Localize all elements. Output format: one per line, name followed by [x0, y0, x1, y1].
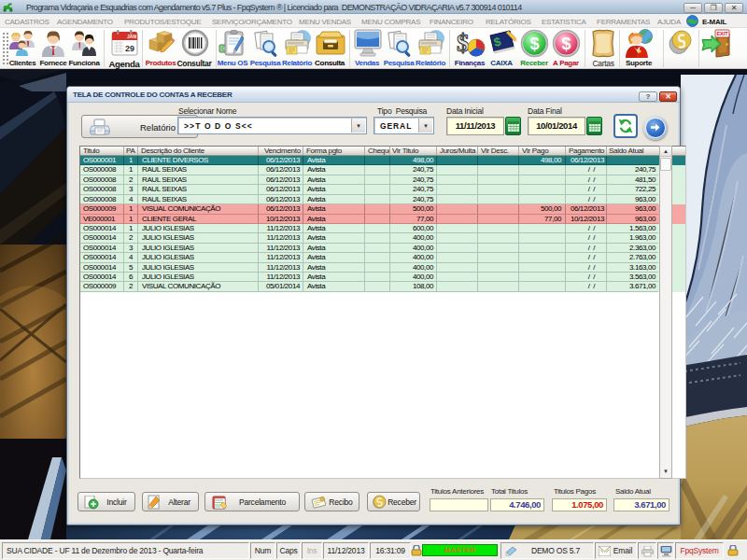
svg-text:$: $	[457, 29, 470, 57]
svg-text:$: $	[561, 35, 571, 53]
svg-text:JAN: JAN	[127, 34, 136, 39]
svg-text:$: $	[529, 35, 539, 53]
svg-text:29: 29	[125, 44, 134, 53]
svg-text:EXIT: EXIT	[716, 31, 728, 36]
